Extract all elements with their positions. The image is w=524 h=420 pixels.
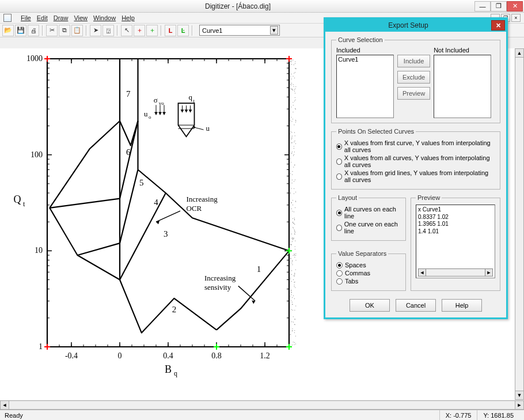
points-on-selected-option[interactable]: X values from all curves, Y values from … bbox=[336, 154, 495, 168]
print-button[interactable]: 🖨 bbox=[28, 25, 39, 36]
svg-point-217 bbox=[293, 227, 293, 228]
svg-point-247 bbox=[291, 290, 291, 291]
included-listbox[interactable]: Curve1 bbox=[336, 55, 394, 118]
value-separators-option[interactable]: Tabs bbox=[336, 278, 401, 285]
toolbar-separator bbox=[117, 25, 118, 36]
svg-point-271 bbox=[293, 296, 294, 296]
scroll-left-icon[interactable]: ◄ bbox=[418, 268, 426, 277]
maximize-button[interactable]: ❐ bbox=[491, 1, 507, 12]
disk-icon: 💾 bbox=[17, 27, 25, 34]
arrow-tool-button[interactable]: ↖ bbox=[121, 25, 132, 36]
chart-canvas[interactable]: 1101001000-0.400.40.81.2BqQt1234567Incre… bbox=[7, 53, 312, 393]
menu-edit[interactable]: Edit bbox=[37, 14, 48, 21]
svg-point-295 bbox=[291, 263, 292, 263]
svg-point-198 bbox=[294, 238, 294, 239]
help-button[interactable]: Help bbox=[442, 299, 482, 312]
svg-point-169 bbox=[294, 154, 294, 155]
save-button[interactable]: 💾 bbox=[15, 25, 26, 36]
svg-text:OCR: OCR bbox=[187, 204, 202, 213]
pointer-icon: ➤ bbox=[93, 27, 98, 34]
menu-view[interactable]: View bbox=[74, 14, 88, 21]
l-axis-icon: Ŀ bbox=[181, 27, 185, 34]
whatsthis-button[interactable]: ⍰ bbox=[102, 25, 114, 36]
svg-point-251 bbox=[294, 342, 295, 343]
include-button[interactable]: Include bbox=[397, 55, 430, 67]
menu-draw[interactable]: Draw bbox=[54, 14, 69, 21]
dialog-titlebar: Export Setup ✕ bbox=[325, 19, 506, 32]
svg-point-353 bbox=[293, 275, 294, 276]
svg-point-209 bbox=[294, 220, 295, 220]
scroll-up-icon[interactable]: ▲ bbox=[515, 48, 524, 58]
close-button[interactable]: ✕ bbox=[507, 1, 523, 12]
curve-select[interactable]: Curve1 ▾ bbox=[199, 25, 280, 36]
svg-point-188 bbox=[290, 158, 291, 159]
layout-option[interactable]: One curve on each line bbox=[336, 221, 401, 234]
preview-hscrollbar[interactable]: ◄ ► bbox=[418, 268, 493, 277]
svg-point-335 bbox=[295, 343, 296, 344]
value-separators-option[interactable]: Spaces bbox=[336, 262, 401, 268]
not-included-listbox[interactable] bbox=[434, 55, 491, 118]
layout-option[interactable]: All curves on each line bbox=[336, 206, 401, 220]
svg-point-264 bbox=[292, 152, 293, 152]
pointer-tool-button[interactable]: ➤ bbox=[90, 25, 101, 36]
svg-point-322 bbox=[291, 137, 292, 138]
svg-point-276 bbox=[290, 77, 291, 77]
menu-help[interactable]: Help bbox=[121, 14, 135, 21]
copy-button[interactable]: ⧉ bbox=[59, 25, 70, 36]
menu-file[interactable]: File bbox=[21, 14, 31, 21]
svg-point-266 bbox=[295, 141, 295, 141]
value-separators-option[interactable]: Commas bbox=[336, 270, 401, 277]
svg-point-317 bbox=[291, 85, 291, 85]
svg-point-267 bbox=[295, 93, 295, 93]
svg-text:Increasing: Increasing bbox=[204, 274, 236, 282]
exclude-button[interactable]: Exclude bbox=[397, 71, 430, 84]
svg-point-216 bbox=[294, 223, 294, 224]
document-vscrollbar[interactable]: ▲ ▼ bbox=[515, 48, 524, 400]
scroll-track[interactable] bbox=[9, 400, 515, 410]
preview-button[interactable]: Preview bbox=[397, 87, 430, 100]
svg-point-231 bbox=[294, 275, 295, 275]
axis-l-tool-button[interactable]: L bbox=[165, 25, 176, 36]
svg-point-282 bbox=[294, 218, 295, 218]
axis-l2-tool-button[interactable]: Ŀ bbox=[177, 25, 189, 36]
radio-icon bbox=[336, 262, 343, 268]
radio-label: Spaces bbox=[345, 262, 366, 268]
mdi-close-button[interactable]: × bbox=[511, 14, 521, 22]
l-axis-icon: L bbox=[169, 27, 173, 34]
open-button[interactable]: 📂 bbox=[2, 25, 14, 36]
ok-button[interactable]: OK bbox=[350, 299, 390, 312]
svg-point-358 bbox=[291, 294, 291, 295]
paste-button[interactable]: 📋 bbox=[71, 25, 83, 36]
plus-icon: ＋ bbox=[149, 26, 155, 35]
svg-text:1000: 1000 bbox=[26, 54, 43, 63]
dialog-close-button[interactable]: ✕ bbox=[491, 20, 505, 31]
add-point-tool-button[interactable]: ＋ bbox=[134, 25, 145, 36]
points-on-selected-option[interactable]: X values from first curve, Y values from… bbox=[336, 139, 495, 153]
menu-window[interactable]: Window bbox=[93, 14, 116, 21]
scroll-right-icon[interactable]: ► bbox=[515, 400, 524, 410]
scroll-right-icon[interactable]: ► bbox=[485, 268, 493, 277]
svg-point-310 bbox=[292, 174, 293, 175]
scroll-track[interactable] bbox=[515, 58, 524, 391]
scroll-track[interactable] bbox=[426, 268, 485, 277]
cancel-button[interactable]: Cancel bbox=[396, 299, 436, 312]
svg-point-172 bbox=[293, 90, 293, 90]
cut-button[interactable]: ✂ bbox=[46, 25, 58, 36]
svg-point-183 bbox=[291, 233, 292, 234]
svg-point-270 bbox=[293, 328, 293, 329]
svg-point-288 bbox=[294, 165, 295, 165]
svg-point-329 bbox=[292, 304, 293, 305]
svg-point-312 bbox=[294, 298, 295, 299]
add-point-green-tool-button[interactable]: ＋ bbox=[146, 25, 158, 36]
scroll-left-icon[interactable]: ◄ bbox=[0, 400, 9, 410]
svg-point-314 bbox=[295, 122, 296, 123]
minimize-button[interactable]: — bbox=[474, 1, 491, 12]
document-hscrollbar[interactable]: ◄ ► bbox=[0, 400, 524, 410]
svg-point-204 bbox=[292, 89, 293, 89]
svg-point-352 bbox=[291, 203, 291, 203]
svg-point-323 bbox=[293, 239, 293, 239]
points-on-selected-option[interactable]: X values from grid lines, Y values from … bbox=[336, 169, 495, 183]
scroll-down-icon[interactable]: ▼ bbox=[515, 391, 524, 400]
list-item[interactable]: Curve1 bbox=[338, 56, 392, 63]
svg-point-294 bbox=[293, 211, 293, 211]
